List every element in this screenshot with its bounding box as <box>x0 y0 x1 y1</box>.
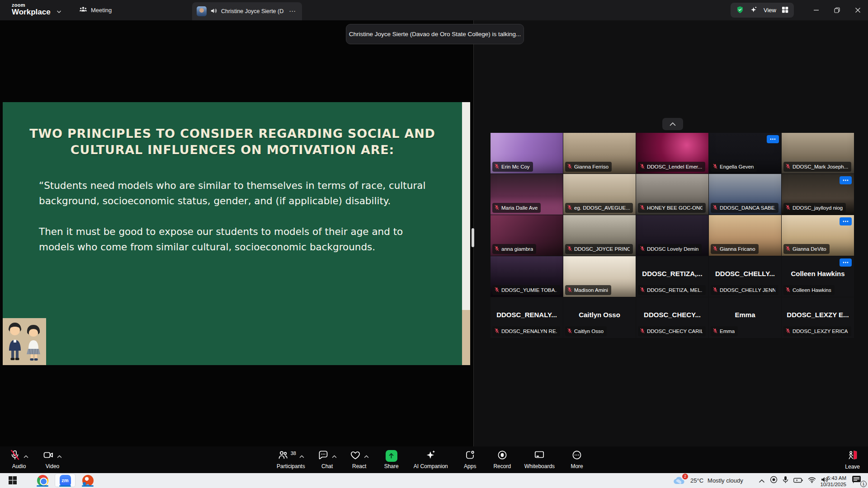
close-button[interactable] <box>847 0 868 20</box>
participant-name: Maria Dalle Ave <box>501 205 538 211</box>
tab-meeting[interactable]: Meeting <box>74 0 117 20</box>
taskbar-chrome-icon[interactable] <box>33 474 52 487</box>
audio-options-chevron[interactable] <box>24 452 28 460</box>
collapse-gallery-button[interactable] <box>662 118 683 130</box>
tray-record-icon[interactable] <box>770 476 778 485</box>
toast-text: Christine Joyce Sierte (Davao de Oro Sta… <box>349 31 521 38</box>
record-button[interactable]: Record <box>492 450 512 469</box>
weather-temp: 25°C <box>690 477 703 484</box>
active-tab-title: Christine Joyce Sierte (Davao <box>221 8 284 14</box>
participant-name-pill: Colleen Hawkins <box>783 285 835 295</box>
participant-name-pill: DDOSC_Lendel Emer... <box>638 162 705 172</box>
participant-name-tile[interactable]: Colleen Hawkins Colleen Hawkins <box>782 256 854 297</box>
active-speaker-toast: Christine Joyce Sierte (Davao de Oro Sta… <box>346 24 524 44</box>
tile-more-options-button[interactable] <box>840 176 852 184</box>
chat-button[interactable]: Chat <box>317 450 337 469</box>
mic-muted-icon <box>712 327 718 335</box>
participant-name: DDOSC_LEXZY ERICA ... <box>793 328 848 334</box>
zoom-workplace-logo: zoom Workplace <box>12 3 51 16</box>
participant-video-tile[interactable]: DDOSC_Lendel Emer... <box>636 133 708 174</box>
tray-expand-chevron-icon[interactable] <box>759 477 765 485</box>
minimize-button[interactable] <box>806 0 826 20</box>
participant-name-pill: DDOSC_Mark Joseph... <box>783 162 851 172</box>
participant-video-tile[interactable]: HONEY BEE GOC-ONG <box>636 174 708 215</box>
share-button[interactable]: Share <box>382 450 401 469</box>
ai-sparkle-icon[interactable] <box>750 5 758 15</box>
taskbar-recorder-icon[interactable] <box>78 474 98 487</box>
participant-name-pill: Madison Amini <box>565 285 611 295</box>
leave-button[interactable]: Leave <box>845 450 860 470</box>
video-options-chevron[interactable] <box>57 452 62 460</box>
mic-muted-icon <box>785 327 791 335</box>
taskbar-clock[interactable]: 5:43 AM 10/31/2025 <box>812 475 846 488</box>
participants-options-chevron[interactable] <box>299 452 304 460</box>
start-button[interactable] <box>3 474 23 487</box>
participant-name-tile[interactable]: DDOSC_LEXZY E... DDOSC_LEXZY ERICA ... <box>782 297 854 338</box>
participant-name-tile[interactable]: DDOSC_CHECY... DDOSC_CHECY CARIL... <box>636 297 708 338</box>
tile-more-options-button[interactable] <box>840 258 852 267</box>
chat-options-chevron[interactable] <box>332 452 337 460</box>
audio-label: Audio <box>12 463 26 469</box>
participant-video-tile[interactable]: DDOSC_Mark Joseph... <box>782 133 854 174</box>
participant-name-tile[interactable]: DDOSC_CHELLY... DDOSC_CHELLY JENN... <box>709 256 781 297</box>
view-button[interactable]: View <box>764 7 776 14</box>
participant-video-tile[interactable]: DDOSC_YUMIE TOBA... <box>491 256 563 297</box>
participants-button[interactable]: 38Participants <box>277 450 305 469</box>
window-titlebar: zoom Workplace Meeting Christine Joyce S… <box>0 0 868 20</box>
record-icon <box>497 450 508 462</box>
participant-name: Gianna DeVito <box>793 246 826 252</box>
participant-video-tile[interactable]: Gianna Fricano <box>709 215 781 256</box>
taskbar-weather-widget[interactable]: 2 25°C Mostly cloudy <box>673 473 743 488</box>
slide-right-margin-bottom <box>462 310 470 365</box>
participant-name-tile[interactable]: Emma Emma <box>709 297 781 338</box>
participant-video-tile[interactable]: DDOSC_jaylloyd niog <box>782 174 854 215</box>
tab-options-icon[interactable]: ⋯ <box>288 6 297 16</box>
ai-companion-button[interactable]: AI Companion <box>414 450 448 469</box>
more-button[interactable]: More <box>567 450 587 469</box>
maximize-button[interactable] <box>826 0 847 20</box>
tray-battery-icon[interactable] <box>793 477 803 485</box>
participant-name: HONEY BEE GOC-ONG <box>647 205 703 211</box>
participant-video-tile[interactable]: DDOSC_DANCA SABE... <box>709 174 781 215</box>
react-button[interactable]: React <box>349 450 369 469</box>
taskbar-zoom-icon[interactable]: zm <box>55 474 75 487</box>
mic-muted-icon <box>567 245 572 253</box>
security-shield-icon[interactable] <box>736 5 744 15</box>
participant-big-name: DDOSC_CHECY... <box>638 310 707 318</box>
slide-paragraph-2: Then it must be good to expose our stude… <box>39 224 430 255</box>
whiteboards-button[interactable]: Whiteboards <box>524 450 555 469</box>
participant-video-tile[interactable]: Maria Dalle Ave <box>491 174 563 215</box>
mic-muted-icon <box>640 245 645 253</box>
participant-video-tile[interactable]: DDOSC Lovely Demin <box>636 215 708 256</box>
audio-button[interactable]: Audio <box>9 450 29 469</box>
participant-video-tile[interactable]: DDOSC_JOYCE PRINC... <box>563 215 636 256</box>
tray-mic-icon[interactable] <box>783 476 788 485</box>
notification-center-icon[interactable]: 1 <box>852 475 865 486</box>
video-button[interactable]: Video <box>42 450 62 469</box>
participant-big-name: Emma <box>711 310 779 318</box>
participant-video-tile[interactable]: Madison Amini <box>563 256 636 297</box>
participant-video-tile[interactable]: Erin Mc Coy <box>491 133 563 174</box>
participant-video-tile[interactable]: Engella Geven <box>709 133 781 174</box>
tile-more-options-button[interactable] <box>840 217 852 225</box>
participant-video-tile[interactable]: eg. DDOSC_AVEGUE... <box>563 174 636 215</box>
gallery-view-icon[interactable] <box>782 6 788 14</box>
tile-more-options-button[interactable] <box>767 135 779 143</box>
panel-resize-handle[interactable] <box>472 228 474 247</box>
participant-name-pill: HONEY BEE GOC-ONG <box>638 203 706 213</box>
participant-video-tile[interactable]: anna giambra <box>491 215 563 256</box>
mic-muted-icon <box>712 286 718 294</box>
speaker-audio-icon <box>210 8 217 15</box>
mic-muted-icon <box>494 163 500 171</box>
participant-video-tile[interactable]: Gianna Ferriso <box>563 133 636 174</box>
video-label: Video <box>46 463 59 469</box>
participant-name-tile[interactable]: Caitlyn Osso Caitlyn Osso <box>563 297 636 338</box>
tab-active-speaker[interactable]: Christine Joyce Sierte (Davao ⋯ <box>192 2 302 20</box>
workspace-chevron-down-icon[interactable] <box>57 7 61 15</box>
apps-button[interactable]: Apps <box>460 450 480 469</box>
participant-name-pill: DDOSC_CHECY CARIL... <box>638 326 706 336</box>
participant-name-tile[interactable]: DDOSC_RENALY... DDOSC_RENALYN RE... <box>491 297 563 338</box>
react-options-chevron[interactable] <box>364 452 369 460</box>
participant-video-tile[interactable]: Gianna DeVito <box>782 215 854 256</box>
participant-name-tile[interactable]: DDOSC_RETIZA,... DDOSC_RETIZA, MEL... <box>636 256 708 297</box>
